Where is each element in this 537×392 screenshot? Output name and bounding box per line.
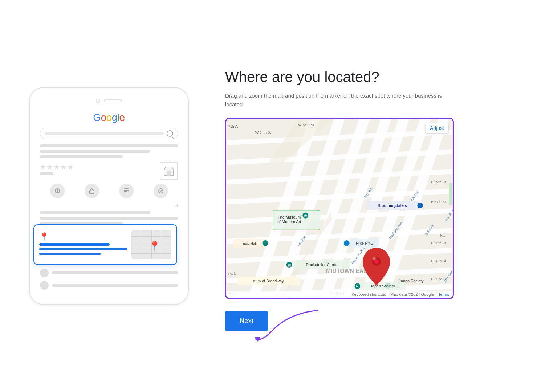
store-icon <box>160 162 178 180</box>
svg-point-91 <box>373 257 376 260</box>
phone-speaker <box>104 99 122 102</box>
svg-text:Park: Park <box>228 271 236 275</box>
next-row: Next <box>225 311 268 331</box>
page-description: Drag and zoom the map and position the m… <box>225 91 443 109</box>
phone-camera <box>96 99 100 103</box>
map-footer: Keyboard shortcuts Map data ©2024 Google… <box>226 291 453 298</box>
search-icon <box>167 130 173 137</box>
stars-row <box>40 162 178 180</box>
card-overlay: 📍 <box>33 224 177 265</box>
terms-link[interactable]: Terms <box>438 292 449 297</box>
svg-text:🏛: 🏛 <box>304 214 307 217</box>
svg-text:Rockefeller Centu: Rockefeller Centu <box>306 262 337 267</box>
chevron-right: › <box>40 203 178 208</box>
svg-text:The Museum: The Museum <box>278 215 301 219</box>
svg-point-86 <box>417 203 423 208</box>
next-button[interactable]: Next <box>225 311 268 331</box>
card-map-thumbnail: 📍 <box>131 230 171 259</box>
keyboard-shortcuts: Keyboard shortcuts <box>351 292 386 297</box>
svg-text:E 57th St: E 57th St <box>431 200 446 204</box>
svg-text:W 56th St: W 56th St <box>298 122 314 126</box>
svg-point-90 <box>374 259 379 264</box>
svg-text:E 55th St: E 55th St <box>431 241 446 245</box>
google-logo: Google <box>40 112 178 123</box>
action-buttons <box>40 184 178 198</box>
adjust-button[interactable]: Adjust <box>426 123 448 133</box>
svg-text:E 53rd St: E 53rd St <box>431 259 446 263</box>
phone-search-bar <box>40 128 178 139</box>
svg-text:W 54th St: W 54th St <box>255 130 271 134</box>
map-data: Map data ©2024 Google <box>390 292 434 297</box>
svg-text:SU: SU <box>440 233 446 238</box>
page-title: Where are you located? <box>225 68 379 86</box>
result-lines-2 <box>40 211 178 225</box>
phone-mockup: Google <box>22 87 196 305</box>
svg-text:usic Hall: usic Hall <box>243 241 256 245</box>
card-map-pin-icon: 📍 <box>149 241 160 252</box>
svg-text:Bloomingdale's: Bloomingdale's <box>378 203 407 208</box>
svg-text:eum of Broadway: eum of Broadway <box>253 278 284 283</box>
svg-line-5 <box>160 190 162 192</box>
phone-bottom <box>37 265 181 297</box>
map-container[interactable]: Lexington Ave Park Ave 5th Ave 5th Ave M… <box>225 118 454 299</box>
svg-text:7th A: 7th A <box>228 124 238 128</box>
svg-text:🏢: 🏢 <box>288 263 291 267</box>
svg-text:🎵: 🎵 <box>263 241 267 245</box>
result-lines <box>40 144 178 158</box>
svg-text:🏛: 🏛 <box>356 285 359 288</box>
svg-rect-25 <box>449 183 452 204</box>
right-panel: Where are you located? Drag and zoom the… <box>225 61 515 331</box>
svg-text:Japan Society: Japan Society <box>370 284 395 288</box>
svg-rect-1 <box>167 171 171 176</box>
svg-text:of Modern Art: of Modern Art <box>277 220 301 224</box>
star-rating <box>40 164 73 170</box>
svg-text:👤: 👤 <box>345 241 349 245</box>
svg-text:E 59th St: E 59th St <box>431 180 446 184</box>
svg-text:Nike NYC: Nike NYC <box>356 241 373 245</box>
card-pin-icon: 📍 <box>39 232 49 242</box>
